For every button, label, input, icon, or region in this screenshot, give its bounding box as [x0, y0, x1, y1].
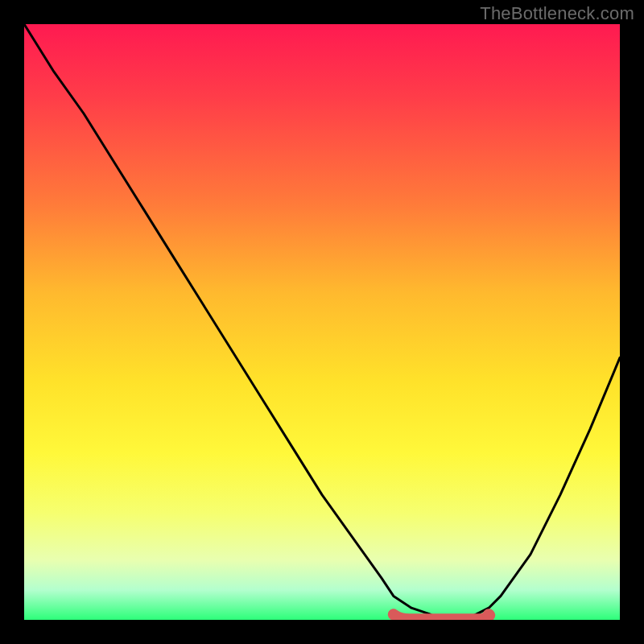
chart-frame: TheBottleneck.com: [0, 0, 644, 644]
watermark-text: TheBottleneck.com: [480, 3, 634, 24]
plot-area: [24, 24, 620, 620]
heat-gradient-background: [24, 24, 620, 620]
